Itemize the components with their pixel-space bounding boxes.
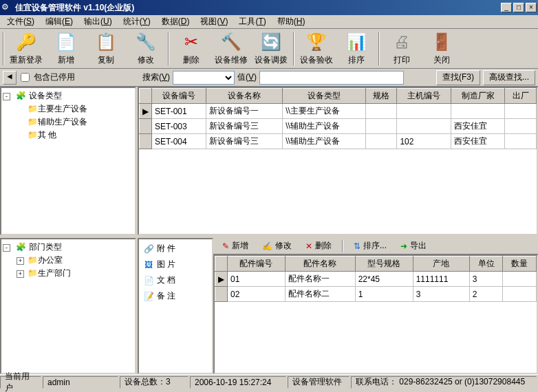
column-header[interactable]: 型号规格 <box>355 257 413 272</box>
图片-icon: 🖼 <box>143 260 154 270</box>
column-header[interactable]: 配件编号 <box>228 257 286 272</box>
menu-文件[interactable]: 文件(S) <box>1 14 40 29</box>
right-column: 设备编号设备名称设备类型规格主机编号制造厂家出厂▶SET-001新设备编号一\\… <box>138 87 538 374</box>
tree-item[interactable]: +📁办公室 <box>3 254 133 267</box>
tree-item[interactable]: 📁其 他 <box>3 129 133 142</box>
advanced-find-button[interactable]: 高级查找... <box>483 70 535 85</box>
expand-icon[interactable]: + <box>17 270 24 278</box>
关闭-icon: 🚪 <box>431 32 453 53</box>
menu-编辑[interactable]: 编辑(E) <box>40 14 78 29</box>
tab-文档[interactable]: 📄文 档 <box>140 272 211 288</box>
column-header[interactable]: 配件名称 <box>285 257 355 272</box>
toolbar-设备维修-button[interactable]: 🔨设备维修 <box>212 31 250 67</box>
column-header[interactable]: 主机编号 <box>397 89 451 104</box>
menu-输出[interactable]: 输出(U) <box>78 14 118 29</box>
tab-备注[interactable]: 📝备 注 <box>140 288 211 304</box>
export-icon: ➜ <box>400 241 407 251</box>
row-indicator <box>215 287 228 302</box>
close-button[interactable]: × <box>526 3 537 12</box>
main-area: - 🧩 设备类型 📁主要生产设备📁辅助生产设备📁其 他 - 🧩 部门类型 +📁办… <box>0 87 538 374</box>
table-row[interactable]: ▶SET-001新设备编号一\\主要生产设备 <box>140 104 537 119</box>
expand-icon[interactable]: - <box>3 93 10 100</box>
department-tree[interactable]: - 🧩 部门类型 +📁办公室+📁生产部门 <box>0 238 136 374</box>
table-row[interactable]: 02配件名称二132 <box>215 287 537 302</box>
tree-item[interactable]: +📁生产部门 <box>3 267 133 280</box>
nav-prev-button[interactable]: ◄ <box>3 71 17 85</box>
menu-视图[interactable]: 视图(V) <box>195 14 233 29</box>
value-label: 值(V) <box>237 72 257 83</box>
minimize-button[interactable]: _ <box>501 3 512 12</box>
expand-icon[interactable]: + <box>17 257 24 265</box>
search-value-input[interactable] <box>259 71 404 85</box>
detail-sort-button[interactable]: ⇅排序... <box>347 238 393 254</box>
设备调拨-icon: 🔄 <box>260 32 282 53</box>
detail-export-button[interactable]: ➜导出 <box>394 238 433 254</box>
menu-数据[interactable]: 数据(D) <box>156 14 195 29</box>
tree-item[interactable]: 📁主要生产设备 <box>3 102 133 116</box>
row-indicator: ▶ <box>140 104 152 119</box>
column-header[interactable]: 设备类型 <box>283 89 366 104</box>
toolbar-排序-button[interactable]: 📊排序 <box>337 31 376 67</box>
tab-图片[interactable]: 🖼图 片 <box>140 257 211 272</box>
menu-工具[interactable]: 工具(T) <box>233 14 271 29</box>
device-grid[interactable]: 设备编号设备名称设备类型规格主机编号制造厂家出厂▶SET-001新设备编号一\\… <box>138 87 538 235</box>
toolbar-separator <box>168 32 169 65</box>
设备验收-icon: 🏆 <box>305 32 327 53</box>
search-field-select[interactable] <box>173 71 235 85</box>
tab-附件[interactable]: 🔗附 件 <box>140 241 211 257</box>
include-disabled-checkbox[interactable] <box>21 73 30 82</box>
find-button[interactable]: 查找(F3) <box>436 70 480 85</box>
tree-root-department[interactable]: - 🧩 部门类型 <box>3 241 133 254</box>
detail-delete-button[interactable]: ✕删除 <box>299 238 338 254</box>
folder-icon: 📁 <box>27 104 38 113</box>
status-device-count: 设备总数：3 <box>120 376 189 389</box>
search-bar: ◄ 包含已停用 搜索(V) 值(V) 查找(F3) 高级查找... <box>0 69 538 87</box>
row-header-corner <box>215 257 228 272</box>
toolbar-关闭-button[interactable]: 🚪关闭 <box>422 31 461 67</box>
maximize-button[interactable]: □ <box>513 3 524 12</box>
menu-帮助[interactable]: 帮助(H) <box>272 14 311 29</box>
toolbar-复制-button[interactable]: 📋复制 <box>87 31 125 67</box>
title-bar: ⚙ 佳宜设备管理软件 v1.10(企业版) _ □ × <box>0 0 538 15</box>
toolbar-打印-button[interactable]: 🖨打印 <box>383 31 421 67</box>
toolbar-修改-button[interactable]: 🔧修改 <box>127 31 165 67</box>
device-type-tree[interactable]: - 🧩 设备类型 📁主要生产设备📁辅助生产设备📁其 他 <box>0 87 136 235</box>
tree-root-device-type[interactable]: - 🧩 设备类型 <box>3 89 133 102</box>
row-indicator <box>140 119 152 134</box>
table-row[interactable]: SET-004新设备编号三\\辅助生产设备102西安佳宜 <box>140 134 537 149</box>
bottom-pane: 🔗附 件🖼图 片📄文 档📝备 注 ✎新增 ✍修改 ✕删除 ⇅排序... ➜导出 … <box>138 238 538 374</box>
column-header[interactable]: 数量 <box>503 257 537 272</box>
folder-icon: 🧩 <box>15 91 26 100</box>
column-header[interactable]: 产地 <box>413 257 469 272</box>
folder-icon: 🧩 <box>15 242 26 252</box>
status-user-label: 当前用户 <box>0 376 41 389</box>
app-icon: ⚙ <box>1 2 12 13</box>
sort-icon: ⇅ <box>354 241 361 251</box>
parts-grid[interactable]: 配件编号配件名称型号规格产地单位数量▶01配件名称一22*45111111130… <box>213 254 538 374</box>
column-header[interactable]: 设备名称 <box>206 89 283 104</box>
toolbar-删除-button[interactable]: ✂删除 <box>172 31 211 67</box>
column-header[interactable]: 规格 <box>365 89 396 104</box>
detail-tabs: 🔗附 件🖼图 片📄文 档📝备 注 <box>138 238 213 374</box>
table-row[interactable]: SET-003新设备编号三\\辅助生产设备西安佳宜 <box>140 119 537 134</box>
column-header[interactable]: 单位 <box>469 257 503 272</box>
column-header[interactable]: 出厂 <box>505 89 537 104</box>
tree-item[interactable]: 📁辅助生产设备 <box>3 116 133 129</box>
toolbar-新增-button[interactable]: 📄新增 <box>47 31 85 67</box>
left-column: - 🧩 设备类型 📁主要生产设备📁辅助生产设备📁其 他 - 🧩 部门类型 +📁办… <box>0 87 138 374</box>
table-row[interactable]: ▶01配件名称一22*4511111113 <box>215 272 537 287</box>
delete-icon: ✕ <box>305 241 312 251</box>
status-bar: 当前用户 admin 设备总数：3 2006-10-19 15:27:24 设备… <box>0 374 538 389</box>
toolbar-设备验收-button[interactable]: 🏆设备验收 <box>297 31 336 67</box>
column-header[interactable]: 制造厂家 <box>451 89 505 104</box>
row-indicator <box>140 134 152 149</box>
设备维修-icon: 🔨 <box>220 32 242 53</box>
menu-统计[interactable]: 统计(Y) <box>118 14 156 29</box>
expand-icon[interactable]: - <box>3 244 10 252</box>
toolbar-重新登录-button[interactable]: 🔑重新登录 <box>7 31 45 67</box>
column-header[interactable]: 设备编号 <box>152 89 206 104</box>
toolbar-设备调拨-button[interactable]: 🔄设备调拨 <box>252 31 290 67</box>
detail-edit-button[interactable]: ✍修改 <box>256 238 298 254</box>
detail-add-button[interactable]: ✎新增 <box>216 238 255 254</box>
toolbar-separator <box>293 32 294 65</box>
